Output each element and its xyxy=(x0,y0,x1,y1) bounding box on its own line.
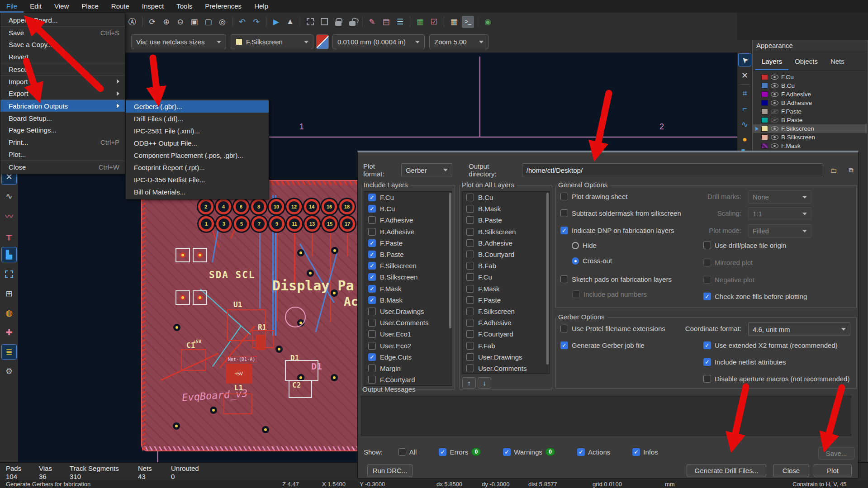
tools-icon[interactable]: ⚙ xyxy=(1,364,17,379)
layer-row-fpaste[interactable]: F.Paste xyxy=(753,107,867,116)
list-item[interactable]: F.Cu xyxy=(364,192,452,203)
output-directory-input[interactable]: /home/ctl/Desktop/ xyxy=(522,163,823,177)
checkbox[interactable] xyxy=(368,285,376,293)
move-layer-up-button[interactable]: ↑ xyxy=(462,377,476,389)
list-item[interactable]: F.Courtyard xyxy=(364,374,452,385)
menu-item-append-board[interactable]: Append Board... xyxy=(0,14,125,26)
menu-item-board-setup[interactable]: Board Setup... xyxy=(0,112,125,124)
checkbox[interactable] xyxy=(466,273,474,281)
list-item[interactable]: B.Adhesive xyxy=(462,237,549,249)
layer-row-fcu[interactable]: F.Cu xyxy=(753,73,867,81)
menu-view[interactable]: View xyxy=(48,0,75,13)
menu-item-save[interactable]: SaveCtrl+S xyxy=(0,26,125,38)
output-messages-box[interactable] xyxy=(361,396,851,436)
grid-dropdown[interactable]: 0.0100 mm (0.0004 in) xyxy=(332,34,425,49)
checkbox[interactable] xyxy=(368,308,376,315)
list-item[interactable]: B.Cu xyxy=(462,192,549,203)
netlist-attrs-option[interactable]: Include netlist attributes xyxy=(703,358,786,366)
list-item[interactable]: B.Courtyard xyxy=(462,249,549,260)
tune-length-icon[interactable]: ∿ xyxy=(738,118,751,131)
checkbox[interactable] xyxy=(466,342,474,350)
checkbox[interactable] xyxy=(560,227,568,234)
list-item[interactable]: F.Paste xyxy=(364,237,452,249)
checkbox[interactable] xyxy=(560,325,568,332)
checkbox[interactable] xyxy=(572,290,580,298)
checkbox[interactable] xyxy=(368,228,376,236)
checkbox[interactable] xyxy=(560,209,568,217)
zoom-objects-icon[interactable]: ▢ xyxy=(202,16,214,28)
drill-marks-dropdown[interactable]: None xyxy=(748,190,811,204)
disable-aperture-option[interactable]: Disable aperture macros (not recommended… xyxy=(703,375,849,383)
checkbox[interactable] xyxy=(368,216,376,224)
route-tracks-icon[interactable]: ⌐ xyxy=(738,102,751,115)
list-item[interactable]: User.Drawings xyxy=(462,351,549,363)
eye-off-icon[interactable] xyxy=(771,118,778,123)
active-layer-dropdown[interactable]: F.Silkscreen xyxy=(231,34,313,49)
curved-tracks-icon[interactable]: 〰 xyxy=(1,208,17,223)
tab-nets[interactable]: Nets xyxy=(824,56,851,70)
checkbox[interactable] xyxy=(466,251,474,258)
layer-row-bpaste[interactable]: B.Paste xyxy=(753,116,867,124)
list-item[interactable]: B.Silkscreen xyxy=(462,226,549,237)
list-item[interactable]: F.Fab xyxy=(462,340,549,351)
eye-icon[interactable] xyxy=(771,143,778,148)
checkbox[interactable] xyxy=(466,308,474,315)
include-pad-numbers-option[interactable]: Include pad numbers xyxy=(572,290,647,298)
menu-item-rescue[interactable]: Rescue xyxy=(0,63,125,75)
checkbox[interactable] xyxy=(703,375,711,383)
tab-objects[interactable]: Objects xyxy=(788,56,824,70)
show-errors-checkbox[interactable] xyxy=(439,448,446,456)
list-item[interactable]: B.Fab xyxy=(462,260,549,271)
radio[interactable] xyxy=(572,257,579,265)
checkbox[interactable] xyxy=(703,358,711,366)
scrollbar[interactable] xyxy=(449,193,451,328)
checkbox[interactable] xyxy=(703,276,711,284)
zone-outline-icon[interactable] xyxy=(1,266,17,282)
submenu-item-ipc2581[interactable]: IPC-2581 File (.xml)... xyxy=(126,125,269,137)
layer-pair-swatch-button[interactable] xyxy=(316,34,329,49)
layer-row-fmask[interactable]: F.Mask xyxy=(753,142,867,150)
via-stack-icon[interactable]: ☰ xyxy=(394,16,406,28)
layer-display-icon[interactable]: ≣ xyxy=(1,344,17,360)
checkbox[interactable] xyxy=(368,365,376,372)
submenu-item-ipcd356[interactable]: IPC-D-356 Netlist File... xyxy=(126,174,269,186)
menu-file[interactable]: File xyxy=(0,0,24,13)
scrollbar[interactable] xyxy=(546,193,549,365)
list-item[interactable]: F.Courtyard xyxy=(462,328,549,340)
browse-folder-icon[interactable]: 🗀 xyxy=(828,164,840,176)
generate-drill-files-button[interactable]: Generate Drill Files... xyxy=(687,464,766,477)
checkbox[interactable] xyxy=(703,341,711,349)
list-item[interactable]: B.Mask xyxy=(364,294,452,306)
list-item[interactable]: F.Adhesive xyxy=(364,214,452,226)
checkbox[interactable] xyxy=(703,293,711,300)
list-item[interactable]: User.Comments xyxy=(462,363,549,374)
list-item[interactable]: F.Paste xyxy=(462,294,549,306)
drc-checklist-icon[interactable]: ☑ xyxy=(428,16,440,28)
show-warnings-checkbox[interactable] xyxy=(503,448,511,456)
list-item[interactable]: B.Adhesive xyxy=(364,226,452,237)
find-icon[interactable]: ▶ xyxy=(270,16,282,28)
eye-icon[interactable] xyxy=(771,75,778,80)
checkbox[interactable] xyxy=(368,194,376,201)
list-item[interactable]: User.Drawings xyxy=(364,306,452,317)
list-item[interactable]: F.Silkscreen xyxy=(364,260,452,271)
track-posture-icon[interactable]: ╥ xyxy=(1,227,17,243)
menu-item-save-a-copy[interactable]: Save a Copy... xyxy=(0,38,125,51)
hide-radio-option[interactable]: Hide xyxy=(572,242,597,249)
checkbox[interactable] xyxy=(466,205,474,213)
list-item[interactable]: Margin xyxy=(364,363,452,374)
list-item[interactable]: User.Comments xyxy=(364,317,452,328)
refresh-icon[interactable]: ⟳ xyxy=(146,16,158,28)
submenu-item-footprint-report[interactable]: Footprint Report (.rpt)... xyxy=(126,161,269,174)
indicate-dnp-option[interactable]: Indicate DNP on fabrication layers xyxy=(560,227,674,234)
eye-icon[interactable] xyxy=(771,135,778,140)
submenu-item-odbpp[interactable]: ODB++ Output File... xyxy=(126,137,269,149)
mirrored-plot-option[interactable]: Mirrored plot xyxy=(703,259,753,266)
layer-row-fsilkscreen[interactable]: F.Silkscreen xyxy=(753,124,867,133)
checkbox[interactable] xyxy=(560,275,568,283)
menu-item-export[interactable]: Export xyxy=(0,87,125,99)
checkbox[interactable] xyxy=(368,262,376,270)
plot-drawing-sheet-option[interactable]: Plot drawing sheet xyxy=(560,193,627,200)
submenu-item-gerbers[interactable]: Gerbers (.gbr)... xyxy=(126,100,269,113)
checkbox[interactable] xyxy=(466,194,474,201)
